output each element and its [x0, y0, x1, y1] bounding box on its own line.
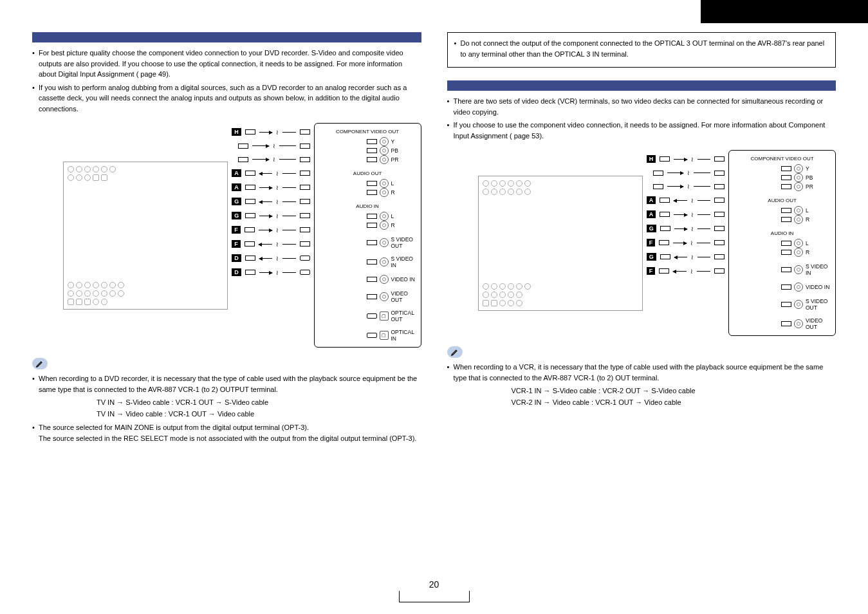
terminal-label: R — [806, 216, 831, 223]
terminal-label: COMPONENT VIDEO OUT — [319, 129, 417, 135]
cable-tag: D — [232, 268, 241, 276]
terminal-label: L — [806, 207, 831, 214]
terminal-label: L — [391, 180, 417, 187]
section-header-right — [447, 80, 836, 91]
two-column-layout: For best picture quality choose the comp… — [32, 32, 836, 446]
pencil-icon — [32, 358, 48, 369]
terminal-label: PB — [391, 147, 417, 154]
cable-tag: A — [232, 169, 241, 177]
left-bullet-list: For best picture quality choose the comp… — [32, 48, 421, 114]
avr-rear-panel — [63, 162, 228, 310]
note-text: When recording to a VCR, it is necessary… — [447, 362, 836, 408]
terminal-label: AUDIO IN — [319, 203, 417, 209]
note-lead: When recording to a VCR, it is necessary… — [454, 363, 824, 382]
pencil-icon — [447, 346, 463, 358]
terminal-label: R — [391, 189, 417, 196]
terminal-label: L — [806, 240, 831, 247]
example-line: TV IN → Video cable : VCR-1 OUT → Video … — [39, 409, 421, 420]
terminal-label: Y — [391, 138, 417, 145]
bullet-text: If you wish to perform analog dubbing fr… — [32, 82, 421, 115]
terminal-label: OPTICAL OUT — [391, 310, 417, 322]
bullet-text: There are two sets of video deck (VCR) t… — [447, 96, 836, 117]
cable-tag: A — [232, 183, 241, 191]
caution-text: Do not connect the output of the compone… — [454, 38, 829, 59]
terminal-label: S VIDEO OUT — [806, 298, 831, 311]
cable-tag: G — [232, 198, 241, 205]
terminal-label: S VIDEO IN — [806, 263, 831, 276]
external-device-terminals: COMPONENT VIDEO OUT Y PB PR AUDIO OUT L … — [314, 123, 421, 348]
avr-rear-panel — [478, 176, 643, 311]
note-lead: When recording to a DVD recorder, it is … — [39, 375, 417, 393]
terminal-label: VIDEO OUT — [391, 290, 417, 303]
page-number-text: 20 — [399, 579, 470, 590]
terminal-label: S VIDEO IN — [391, 256, 417, 268]
cable-tag: F — [647, 267, 656, 275]
cable-tag: A — [647, 210, 656, 218]
bullet-text: If you choose to use the component video… — [447, 120, 836, 141]
connection-diagram-left: H≀ ≀ ≀ A≀ A≀ G≀ G≀ F≀ F≀ D≀ D≀ COMPONENT… — [63, 123, 421, 348]
left-column: For best picture quality choose the comp… — [32, 32, 421, 446]
caution-box: Do not connect the output of the compone… — [447, 32, 836, 68]
right-notes-list: When recording to a VCR, it is necessary… — [447, 362, 836, 408]
cable-tag: F — [647, 239, 656, 247]
cable-lines: H≀ ≀ ≀ A≀ A≀ G≀ G≀ F≀ F≀ D≀ D≀ — [228, 123, 313, 348]
cable-lines: H≀ ≀ ≀ A≀ A≀ G≀ F≀ G≀ F≀ — [643, 150, 728, 336]
bullet-text: For best picture quality choose the comp… — [32, 48, 421, 80]
example-line: VCR-1 IN → S-Video cable : VCR-2 OUT → S… — [454, 386, 836, 397]
cable-tag: G — [647, 253, 656, 261]
page-number-box — [399, 591, 470, 602]
terminal-label: PR — [806, 183, 831, 190]
terminal-label: R — [391, 222, 417, 228]
cable-tag: A — [647, 196, 656, 204]
cable-tag: H — [232, 128, 241, 136]
terminal-label: AUDIO OUT — [733, 198, 831, 203]
terminal-label: R — [806, 249, 831, 256]
terminal-label: VIDEO OUT — [806, 317, 831, 330]
terminal-label: PR — [391, 156, 417, 163]
left-notes-list: When recording to a DVD recorder, it is … — [32, 373, 421, 443]
terminal-label: AUDIO IN — [733, 230, 831, 236]
right-bullet-list: There are two sets of video deck (VCR) t… — [447, 96, 836, 141]
cable-tag: G — [647, 225, 656, 232]
cable-tag: F — [232, 226, 241, 234]
connection-diagram-right: H≀ ≀ ≀ A≀ A≀ G≀ F≀ G≀ F≀ COMPONENT VIDEO… — [478, 150, 836, 336]
note-line: The source selected for MAIN ZONE is out… — [39, 423, 309, 431]
terminal-label: S VIDEO OUT — [391, 236, 417, 249]
terminal-label: COMPONENT VIDEO OUT — [733, 156, 831, 162]
note-text: The source selected for MAIN ZONE is out… — [32, 422, 421, 443]
example-line: TV IN → S-Video cable : VCR-1 OUT → S-Vi… — [39, 397, 421, 409]
terminal-label: OPTICAL IN — [391, 329, 417, 342]
cable-tag: F — [232, 240, 241, 248]
terminal-label: PB — [806, 174, 831, 181]
terminal-label: L — [391, 213, 417, 219]
cable-tag: G — [232, 212, 241, 219]
terminal-label: Y — [806, 165, 831, 172]
terminal-label: VIDEO IN — [806, 284, 831, 290]
external-device-terminals: COMPONENT VIDEO OUT Y PB PR AUDIO OUT L … — [728, 150, 836, 336]
cable-tag: H — [647, 155, 656, 163]
header-black-tab — [701, 0, 868, 23]
example-line: VCR-2 IN → Video cable : VCR-1 OUT → Vid… — [454, 397, 836, 409]
note-line: The source selected in the REC SELECT mo… — [39, 434, 416, 442]
terminal-label: AUDIO OUT — [319, 171, 417, 176]
section-header-left — [32, 32, 421, 42]
page-number: 20 — [399, 579, 470, 602]
note-text: When recording to a DVD recorder, it is … — [32, 373, 421, 420]
cable-tag: D — [232, 254, 241, 262]
terminal-label: VIDEO IN — [391, 276, 417, 283]
right-column: Do not connect the output of the compone… — [447, 32, 836, 446]
